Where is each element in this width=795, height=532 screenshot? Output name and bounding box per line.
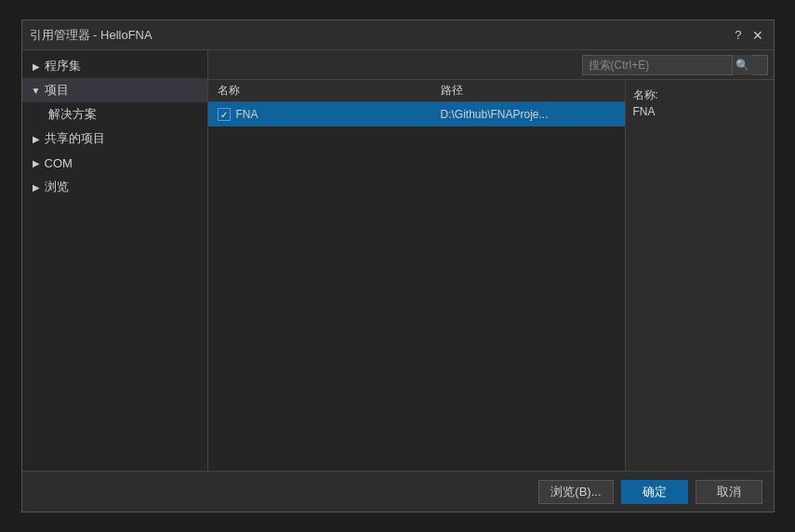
search-box: 🔍 bbox=[582, 55, 768, 75]
cancel-button[interactable]: 取消 bbox=[696, 480, 762, 504]
list-cell-path-fna: D:\Github\FNAProje... bbox=[435, 108, 621, 121]
header-name: 名称 bbox=[212, 83, 435, 99]
titlebar: 引用管理器 - HelloFNA ? ✕ bbox=[22, 20, 774, 50]
footer: 浏览(B)... 确定 取消 bbox=[22, 471, 774, 512]
content-area: ▶ 程序集 ▼ 项目 解决方案 ▶ 共享的项目 ▶ COM bbox=[22, 50, 774, 471]
tree-item-assemblies[interactable]: ▶ 程序集 bbox=[22, 54, 207, 78]
dialog-title: 引用管理器 - HelloFNA bbox=[30, 27, 152, 44]
dialog: 引用管理器 - HelloFNA ? ✕ ▶ 程序集 ▼ 项目 解决方案 bbox=[21, 20, 775, 512]
tree-item-browse[interactable]: ▶ 浏览 bbox=[22, 175, 207, 199]
right-area: 🔍 名称 路径 ✓ bbox=[208, 50, 774, 471]
search-input[interactable] bbox=[583, 59, 732, 72]
header-path: 路径 bbox=[435, 83, 621, 99]
left-panel: ▶ 程序集 ▼ 项目 解决方案 ▶ 共享的项目 ▶ COM bbox=[22, 50, 208, 471]
middle-area: 名称 路径 ✓ FNA D:\Github\FNAProje... bbox=[208, 80, 774, 471]
help-button[interactable]: ? bbox=[735, 28, 741, 42]
properties-panel: 名称: FNA bbox=[625, 80, 774, 471]
browse-button[interactable]: 浏览(B)... bbox=[538, 480, 613, 504]
close-button[interactable]: ✕ bbox=[749, 27, 766, 44]
prop-name-label: 名称: bbox=[633, 87, 766, 103]
check-icon: ✓ bbox=[220, 110, 228, 120]
tree-item-solution[interactable]: 解决方案 bbox=[22, 102, 207, 126]
chevron-right-icon-com: ▶ bbox=[30, 156, 43, 169]
prop-name-value: FNA bbox=[633, 105, 766, 118]
list-header: 名称 路径 bbox=[208, 80, 625, 102]
chevron-right-icon-shared: ▶ bbox=[30, 132, 43, 145]
checkbox-fna[interactable]: ✓ bbox=[218, 108, 231, 121]
titlebar-controls: ? ✕ bbox=[735, 27, 765, 44]
top-bar: 🔍 bbox=[208, 50, 774, 80]
reference-list-panel: 名称 路径 ✓ FNA D:\Github\FNAProje... bbox=[208, 80, 625, 471]
tree-item-projects[interactable]: ▼ 项目 bbox=[22, 78, 207, 102]
list-row-fna[interactable]: ✓ FNA D:\Github\FNAProje... bbox=[208, 102, 625, 126]
chevron-down-icon: ▼ bbox=[30, 84, 43, 97]
list-cell-name-fna: ✓ FNA bbox=[212, 108, 435, 121]
ok-button[interactable]: 确定 bbox=[621, 480, 688, 504]
tree-item-com[interactable]: ▶ COM bbox=[22, 151, 207, 175]
chevron-right-icon: ▶ bbox=[30, 60, 43, 73]
tree-item-shared[interactable]: ▶ 共享的项目 bbox=[22, 126, 207, 151]
search-button[interactable]: 🔍 bbox=[732, 55, 752, 75]
chevron-right-icon-browse: ▶ bbox=[30, 180, 43, 193]
